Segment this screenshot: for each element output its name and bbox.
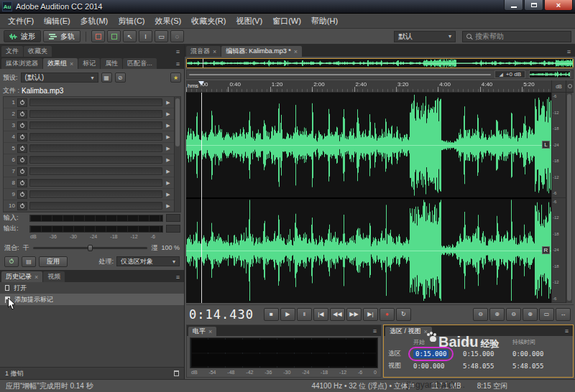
rewind-button[interactable]: ◀◀ xyxy=(330,308,345,321)
tab-mixer[interactable]: 混音器× xyxy=(186,46,221,57)
tab-favorites[interactable]: 收藏夹 xyxy=(24,46,52,57)
panel-menu-icon[interactable]: ≡ xyxy=(370,327,380,336)
search-input[interactable] xyxy=(475,32,570,40)
zoom-full-button[interactable]: ↔ xyxy=(556,308,571,321)
playhead-handle[interactable] xyxy=(198,81,204,88)
menu-item-file[interactable]: 文件(F) xyxy=(3,14,39,29)
volume-hud[interactable]: ◢ +0 dB xyxy=(494,70,525,78)
power-icon[interactable] xyxy=(17,167,27,176)
tab-properties[interactable]: 属性 xyxy=(101,58,122,69)
effect-slot[interactable] xyxy=(29,190,162,198)
slot-arrow-icon[interactable]: ▶ xyxy=(165,146,172,151)
tab-close-icon[interactable]: × xyxy=(424,328,428,335)
apply-button[interactable]: 应用 xyxy=(39,256,68,267)
title-bar[interactable]: Au Adobe Audition CC 2014 × xyxy=(0,0,575,14)
menu-item-multitrack[interactable]: 多轨(M) xyxy=(75,14,114,29)
panel-menu-icon[interactable]: ≡ xyxy=(173,274,183,282)
panel-menu-icon[interactable]: ≡ xyxy=(173,48,183,57)
effect-slot[interactable] xyxy=(29,98,162,106)
zoom-out-vertical-button[interactable]: ⊖ xyxy=(506,308,521,321)
slot-arrow-icon[interactable]: ▶ xyxy=(165,192,172,197)
time-display[interactable]: 0:14.430 xyxy=(189,307,254,322)
slot-arrow-icon[interactable]: ▶ xyxy=(165,123,172,129)
scroll-track[interactable] xyxy=(189,74,491,75)
rack-power-button[interactable] xyxy=(4,256,19,267)
menu-item-window[interactable]: 窗口(W) xyxy=(267,14,306,29)
power-icon[interactable] xyxy=(17,156,27,164)
tab-match-loudness[interactable]: 匹配音... xyxy=(123,58,157,69)
rack-meters-toggle[interactable]: ▤ xyxy=(22,256,36,267)
menu-item-help[interactable]: 帮助(H) xyxy=(306,14,343,29)
effect-slot[interactable] xyxy=(29,202,162,210)
goto-previous-button[interactable]: |◀ xyxy=(313,308,328,321)
waveform-view-button[interactable]: 波形 xyxy=(4,30,41,42)
pause-button[interactable]: ‖ xyxy=(297,308,312,321)
loop-playback-button[interactable]: ↻ xyxy=(396,308,411,321)
menu-item-clip[interactable]: 剪辑(C) xyxy=(113,14,150,29)
scrollbar-thumb[interactable] xyxy=(567,94,571,301)
tab-video[interactable]: 视频 xyxy=(43,271,65,282)
panel-menu-icon[interactable]: ≡ xyxy=(564,48,574,57)
help-search[interactable] xyxy=(462,31,571,42)
mix-slider[interactable] xyxy=(33,247,148,249)
slot-arrow-icon[interactable]: ▶ xyxy=(165,134,172,140)
play-button[interactable]: ▶ xyxy=(280,308,295,321)
tab-levels[interactable]: 电平× xyxy=(188,327,216,336)
tab-effects-rack[interactable]: 效果组× xyxy=(43,58,78,69)
spectral-pitch-icon[interactable] xyxy=(107,30,121,42)
slot-arrow-icon[interactable]: ▶ xyxy=(165,100,172,106)
slot-arrow-icon[interactable]: ▶ xyxy=(165,180,172,186)
zoom-in-horizontal-button[interactable]: ⊕ xyxy=(489,308,505,321)
panel-menu-icon[interactable]: ≡ xyxy=(562,327,571,336)
selview-视图-start[interactable]: 0:00.000 xyxy=(413,363,459,370)
minimize-button[interactable] xyxy=(504,0,523,11)
maximize-button[interactable] xyxy=(524,0,543,11)
effect-slot[interactable] xyxy=(29,121,162,129)
tab-close-icon[interactable]: × xyxy=(34,274,38,281)
slot-arrow-icon[interactable]: ▶ xyxy=(165,203,172,209)
slot-arrow-icon[interactable]: ▶ xyxy=(165,169,172,174)
waveform-thumbnail[interactable] xyxy=(529,70,571,78)
menu-item-edit[interactable]: 编辑(E) xyxy=(39,14,75,29)
waveform-display[interactable]: L R xyxy=(186,93,551,303)
vertical-scrollbar[interactable] xyxy=(566,93,572,303)
stop-button[interactable]: ■ xyxy=(264,308,279,321)
effect-slot[interactable] xyxy=(29,133,162,141)
menu-item-view[interactable]: 视图(V) xyxy=(231,14,267,29)
tab-media-browser[interactable]: 媒体浏览器 xyxy=(1,58,42,69)
panel-menu-icon[interactable]: ≡ xyxy=(173,60,183,69)
save-preset-icon[interactable]: ▦ xyxy=(101,73,112,83)
selview-视图-end[interactable]: 5:48.055 xyxy=(463,363,509,370)
channel-badge-left[interactable]: L xyxy=(542,141,550,149)
slot-arrow-icon[interactable]: ▶ xyxy=(165,111,172,117)
zoom-out-horizontal-button[interactable]: ⊖ xyxy=(473,308,488,321)
zoom-in-vertical-button[interactable]: ⊕ xyxy=(523,308,538,321)
fast-forward-button[interactable]: ▶▶ xyxy=(346,308,362,321)
tab-close-icon[interactable]: × xyxy=(294,48,298,55)
spectral-frequency-icon[interactable] xyxy=(91,30,105,42)
power-icon[interactable] xyxy=(17,98,27,107)
tab-files[interactable]: 文件 xyxy=(1,46,23,57)
history-item-add-cue-marker[interactable]: 添加提示标记 xyxy=(0,294,184,305)
channel-badge-right[interactable]: R xyxy=(542,246,550,254)
scrollbar-thumb[interactable] xyxy=(175,98,180,146)
power-icon[interactable] xyxy=(17,133,27,141)
delete-preset-icon[interactable]: ⊘ xyxy=(115,73,126,83)
favorite-icon[interactable]: ★ xyxy=(170,73,181,83)
power-icon[interactable] xyxy=(17,110,27,118)
overview-strip[interactable] xyxy=(186,58,574,68)
power-icon[interactable] xyxy=(17,190,27,199)
marquee-selection-tool-icon[interactable]: ▭ xyxy=(155,30,168,42)
power-icon[interactable] xyxy=(17,121,27,130)
slot-arrow-icon[interactable]: ▶ xyxy=(165,157,172,163)
rack-scrollbar[interactable] xyxy=(174,97,180,212)
effect-slot[interactable] xyxy=(29,144,162,152)
power-icon[interactable] xyxy=(17,144,27,153)
lasso-selection-tool-icon[interactable]: ◌ xyxy=(170,30,184,42)
tab-markers[interactable]: 标记 xyxy=(78,58,100,69)
preset-dropdown[interactable]: (默认) ▾ xyxy=(21,73,98,83)
effect-slot[interactable] xyxy=(29,110,162,118)
mix-slider-thumb[interactable] xyxy=(88,245,93,251)
multitrack-view-button[interactable]: 多轨 xyxy=(43,30,80,42)
history-item-open[interactable]: 打开 xyxy=(0,282,184,294)
